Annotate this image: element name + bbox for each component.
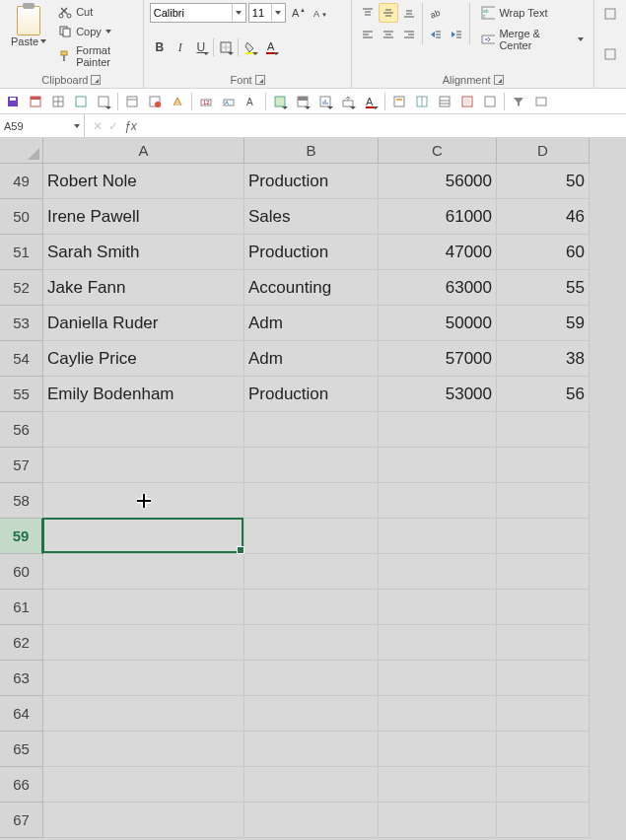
qat-btn-10[interactable]: A (219, 92, 239, 111)
qat-btn-13[interactable] (293, 92, 313, 111)
cell[interactable]: 56 (497, 377, 590, 412)
cell[interactable] (497, 661, 590, 696)
qat-btn-19[interactable] (435, 92, 454, 111)
row-header[interactable]: 55 (0, 377, 43, 412)
save-button[interactable] (3, 92, 23, 111)
cell[interactable] (497, 448, 590, 483)
qat-btn-15[interactable] (338, 92, 358, 111)
cell[interactable]: Sarah Smith (43, 235, 244, 270)
cell[interactable] (244, 448, 379, 483)
cell[interactable] (379, 625, 497, 661)
underline-button[interactable]: U (191, 37, 211, 57)
cell[interactable] (497, 590, 590, 625)
font-size-combo[interactable] (248, 3, 286, 23)
cell[interactable]: 56000 (379, 164, 497, 199)
cell[interactable] (244, 590, 379, 625)
cell[interactable] (43, 554, 244, 590)
cell[interactable] (244, 625, 379, 661)
cell[interactable]: Caylie Price (43, 341, 244, 377)
borders-button[interactable] (216, 37, 236, 57)
orientation-button[interactable]: ab (426, 3, 446, 23)
cell[interactable]: Jake Fann (43, 270, 244, 306)
align-middle-button[interactable] (379, 3, 398, 23)
cell[interactable] (244, 696, 379, 732)
cell[interactable] (379, 483, 497, 519)
row-header[interactable]: 50 (0, 199, 43, 235)
fx-icon[interactable]: ƒx (124, 119, 137, 133)
qat-btn-4[interactable] (71, 92, 91, 111)
align-left-button[interactable] (358, 25, 378, 44)
cell[interactable] (244, 732, 379, 767)
row-header[interactable]: 59 (0, 519, 43, 554)
cell[interactable]: Sales (244, 199, 379, 235)
cell[interactable]: Production (244, 377, 379, 412)
dialog-launcher-icon[interactable] (494, 75, 504, 85)
row-header[interactable]: 58 (0, 483, 43, 519)
cell[interactable] (244, 412, 379, 448)
cell[interactable]: 60 (497, 235, 590, 270)
formula-input[interactable] (145, 114, 626, 137)
cell[interactable] (43, 767, 244, 803)
cell[interactable] (43, 448, 244, 483)
qat-btn-6[interactable] (122, 92, 142, 111)
fill-color-button[interactable] (241, 37, 260, 57)
cell[interactable]: 47000 (379, 235, 497, 270)
cell[interactable] (43, 412, 244, 448)
cell[interactable]: Production (244, 235, 379, 270)
cell[interactable] (379, 519, 497, 554)
cell[interactable] (497, 519, 590, 554)
qat-btn-18[interactable] (412, 92, 432, 111)
cancel-formula-icon[interactable]: ✕ (93, 119, 103, 133)
cell[interactable] (244, 803, 379, 838)
cell[interactable] (43, 483, 244, 519)
row-header[interactable]: 56 (0, 412, 43, 448)
cell[interactable]: 59 (497, 306, 590, 341)
font-name-input[interactable] (151, 7, 232, 19)
row-header[interactable]: 51 (0, 235, 43, 270)
cell[interactable] (43, 661, 244, 696)
column-header-A[interactable]: A (43, 138, 244, 164)
bold-button[interactable]: B (150, 37, 170, 57)
copy-button[interactable]: Copy (55, 23, 137, 40)
cell[interactable]: Adm (244, 306, 379, 341)
cell[interactable]: 53000 (379, 377, 497, 412)
spreadsheet-grid[interactable]: ABCD 49Robert NoleProduction560005050Ire… (0, 138, 626, 840)
cell[interactable]: Accounting (244, 270, 379, 306)
qat-btn-17[interactable] (389, 92, 409, 111)
qat-btn-8[interactable] (168, 92, 187, 111)
column-header-D[interactable]: D (497, 138, 590, 164)
row-header[interactable]: 49 (0, 164, 43, 199)
decrease-indent-button[interactable] (426, 25, 446, 44)
column-header-B[interactable]: B (244, 138, 379, 164)
row-header[interactable]: 63 (0, 661, 43, 696)
row-header[interactable]: 54 (0, 341, 43, 377)
row-header[interactable]: 52 (0, 270, 43, 306)
row-header[interactable]: 60 (0, 554, 43, 590)
cell[interactable] (497, 803, 590, 838)
row-header[interactable]: 53 (0, 306, 43, 341)
font-name-combo[interactable] (150, 3, 246, 23)
decrease-font-button[interactable]: A▼ (310, 3, 329, 23)
cell[interactable] (379, 590, 497, 625)
wrap-text-button[interactable]: abc Wrap Text (477, 3, 588, 23)
cell[interactable] (379, 732, 497, 767)
cell[interactable]: 38 (497, 341, 590, 377)
cell[interactable] (244, 661, 379, 696)
qat-btn-23[interactable] (531, 92, 551, 111)
align-right-button[interactable] (399, 25, 419, 44)
cell[interactable] (43, 625, 244, 661)
italic-button[interactable]: I (171, 37, 190, 57)
cell[interactable]: Irene Pawell (43, 199, 244, 235)
cell[interactable] (244, 483, 379, 519)
cell[interactable] (497, 767, 590, 803)
cell[interactable] (497, 732, 590, 767)
qat-btn-2[interactable] (26, 92, 45, 111)
cell[interactable] (497, 483, 590, 519)
row-header[interactable]: 65 (0, 732, 43, 767)
row-header[interactable]: 57 (0, 448, 43, 483)
increase-font-button[interactable]: A▲ (288, 3, 308, 23)
align-center-button[interactable] (379, 25, 398, 44)
row-header[interactable]: 67 (0, 803, 43, 838)
cell[interactable]: 57000 (379, 341, 497, 377)
qat-btn-12[interactable] (270, 92, 290, 111)
